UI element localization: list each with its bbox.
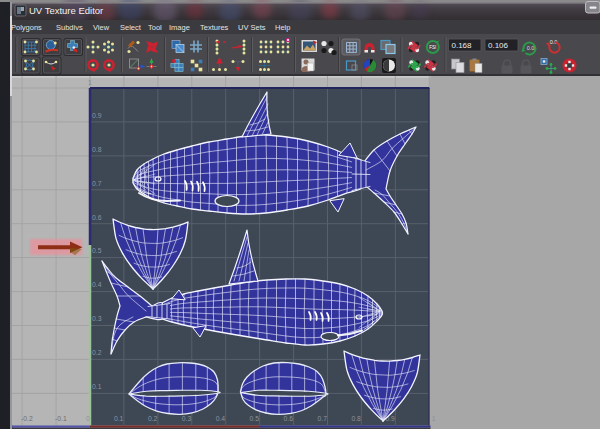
svg-text:0.3: 0.3	[92, 315, 102, 322]
svg-text:0.5: 0.5	[92, 247, 102, 254]
svg-text:0.106: 0.106	[488, 41, 509, 50]
svg-text:View: View	[93, 23, 110, 32]
svg-text:0.2: 0.2	[92, 349, 102, 356]
svg-text:0.2: 0.2	[148, 415, 158, 422]
svg-text:Subdivs: Subdivs	[56, 23, 83, 32]
svg-text:0.1: 0.1	[114, 415, 124, 422]
svg-text:-0.1: -0.1	[55, 415, 67, 422]
svg-text:FSI: FSI	[429, 45, 436, 50]
svg-text:-0.2: -0.2	[21, 415, 33, 422]
svg-text:0.1: 0.1	[92, 383, 102, 390]
svg-text:UV Texture Editor: UV Texture Editor	[29, 5, 103, 16]
svg-text:0.6: 0.6	[92, 214, 102, 221]
svg-text:0.8: 0.8	[351, 415, 361, 422]
svg-text:UV Sets: UV Sets	[238, 23, 266, 32]
svg-text:0.8: 0.8	[92, 146, 102, 153]
svg-text:Select: Select	[120, 23, 142, 32]
svg-text:0.6: 0.6	[284, 415, 294, 422]
svg-text:0.3: 0.3	[182, 415, 192, 422]
svg-text:0.5: 0.5	[250, 415, 260, 422]
svg-text:Polygons: Polygons	[11, 23, 42, 32]
svg-text:Tool: Tool	[148, 23, 162, 32]
svg-text:1: 1	[88, 79, 92, 86]
svg-text:0: 0	[86, 415, 90, 422]
svg-text:1: 1	[432, 415, 436, 422]
svg-text:0.7: 0.7	[92, 180, 102, 187]
svg-text:Help: Help	[275, 23, 290, 32]
svg-text:0.4: 0.4	[216, 415, 226, 422]
svg-text:Image: Image	[169, 23, 190, 32]
svg-text:0.168: 0.168	[452, 41, 473, 50]
svg-text:Textures: Textures	[200, 23, 229, 32]
svg-text:0.4: 0.4	[92, 281, 102, 288]
svg-text:0.0: 0.0	[527, 45, 535, 51]
svg-text:0.7: 0.7	[318, 415, 328, 422]
svg-text:0.9: 0.9	[92, 112, 102, 119]
